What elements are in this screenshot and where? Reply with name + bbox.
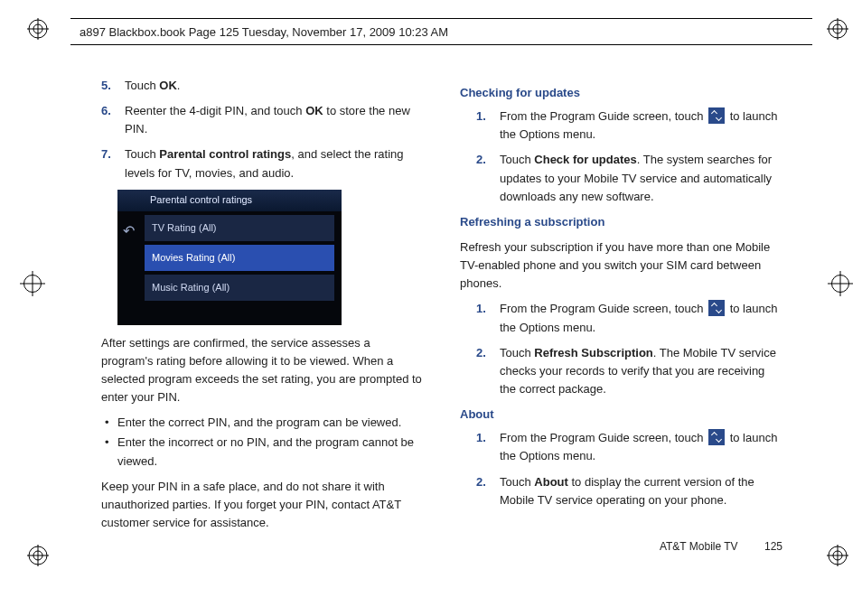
crop-mark-icon (27, 545, 49, 566)
step-body: Touch OK. (125, 77, 424, 95)
footer-section: AT&T Mobile TV (660, 540, 738, 553)
step-number: 2. (476, 473, 500, 509)
list-item: 5.Touch OK. (101, 77, 424, 95)
bold-term: Parental control ratings (159, 147, 291, 161)
crop-mark-icon (827, 545, 848, 566)
footer-page: 125 (764, 540, 782, 553)
options-icon (708, 300, 725, 316)
list-item: 1.From the Program Guide screen, touch t… (476, 429, 782, 465)
step-number: 2. (476, 151, 500, 205)
options-icon (708, 429, 725, 445)
step-body: Touch Parental control ratings, and sele… (125, 145, 424, 182)
page-body: 5.Touch OK.6.Reenter the 4-digit PIN, an… (101, 77, 782, 535)
bullet-item: Enter the incorrect or no PIN, and the p… (105, 434, 424, 470)
paragraph: Keep your PIN in a safe place, and do no… (101, 478, 424, 532)
step-number: 1. (476, 429, 500, 465)
bold-term: Check for updates (534, 153, 636, 166)
page-footer: AT&T Mobile TV 125 (660, 540, 782, 553)
step-body: Reenter the 4-digit PIN, and touch OK to… (125, 102, 424, 138)
step-number: 1. (476, 300, 500, 336)
section-heading: Checking for updates (460, 84, 782, 102)
step-body: Touch Refresh Subscription. The Mobile T… (500, 344, 782, 398)
step-number: 7. (101, 145, 125, 182)
list-item: 2.Touch Check for updates. The system se… (476, 151, 782, 205)
step-number: 1. (476, 107, 500, 144)
paragraph: Refresh your subscription if you have mo… (460, 238, 782, 293)
bold-term: OK (159, 79, 177, 92)
right-column: Checking for updates1.From the Program G… (460, 77, 782, 535)
step-body: From the Program Guide screen, touch to … (500, 300, 782, 336)
list-item: 2.Touch About to display the current ver… (476, 473, 782, 509)
step-body: From the Program Guide screen, touch to … (500, 429, 782, 465)
list-item: 2.Touch Refresh Subscription. The Mobile… (476, 344, 782, 398)
bold-term: Refresh Subscription (534, 346, 652, 359)
list-item: 1.From the Program Guide screen, touch t… (476, 300, 782, 336)
section-heading: Refreshing a subscription (460, 213, 782, 231)
step-number: 5. (101, 77, 125, 95)
back-arrow-icon: ↶ (123, 220, 139, 237)
doc-header: a897 Blackbox.book Page 125 Tuesday, Nov… (70, 18, 812, 45)
paragraph: After settings are confirmed, the servic… (101, 334, 424, 407)
screenshot-title: Parental control ratings (117, 190, 342, 211)
bold-term: OK (305, 104, 323, 117)
step-number: 2. (476, 344, 500, 398)
options-icon (708, 107, 725, 124)
section-heading: About (460, 406, 782, 424)
step-body: Touch About to display the current versi… (500, 473, 782, 509)
list-item: 7.Touch Parental control ratings, and se… (101, 145, 424, 182)
left-column: 5.Touch OK.6.Reenter the 4-digit PIN, an… (101, 77, 424, 535)
crop-mark-icon (27, 18, 49, 40)
bold-term: About (534, 475, 568, 489)
crop-target-icon (20, 271, 45, 296)
list-item: 6.Reenter the 4-digit PIN, and touch OK … (101, 102, 424, 138)
screenshot-row: Movies Rating (All) (145, 245, 334, 271)
crop-target-icon (828, 271, 853, 296)
bullet-item: Enter the correct PIN, and the program c… (105, 414, 424, 432)
list-item: 1.From the Program Guide screen, touch t… (476, 107, 782, 144)
screenshot-row: TV Rating (All) (145, 215, 334, 241)
step-body: Touch Check for updates. The system sear… (500, 151, 782, 205)
parental-ratings-screenshot: Parental control ratings ↶ TV Rating (Al… (117, 190, 342, 325)
crop-mark-icon (827, 18, 848, 40)
step-body: From the Program Guide screen, touch to … (500, 107, 782, 144)
screenshot-row: Music Rating (All) (145, 275, 334, 301)
step-number: 6. (101, 102, 125, 138)
doc-header-text: a897 Blackbox.book Page 125 Tuesday, Nov… (80, 25, 448, 39)
